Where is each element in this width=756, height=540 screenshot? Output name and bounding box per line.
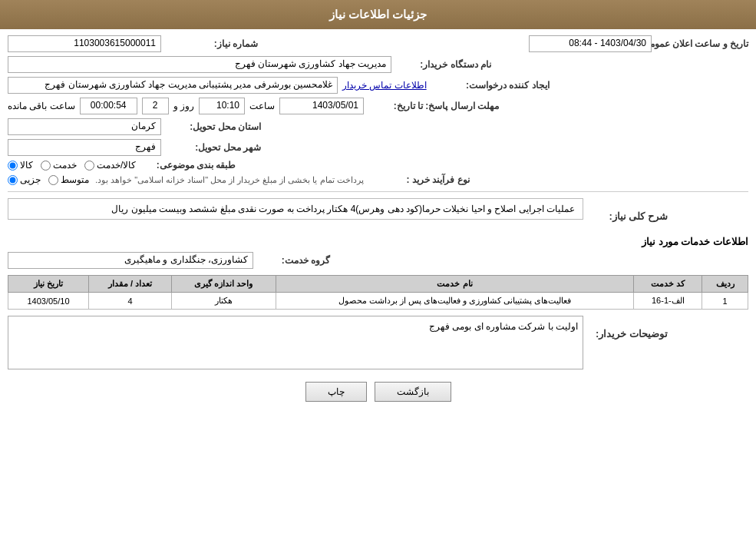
khadamat-title: اطلاعات خدمات مورد نیاز: [8, 236, 748, 247]
shmaare-tarikh-row: تاریخ و ساعت اعلان عمومی: 1403/04/30 - 0…: [8, 35, 748, 52]
radio-khadamat-label: خدمت: [53, 160, 77, 171]
ijad-konande-row: ایجاد کننده درخواست: اطلاعات تماس خریدار…: [8, 77, 748, 94]
td-vahed: هکتار: [172, 293, 276, 310]
table-row: 1الف-1-16فعالیت‌های پشتیبانی کشاورزی و ف…: [8, 293, 748, 310]
saat-value: 10:10: [199, 98, 245, 114]
ijad-konande-link[interactable]: اطلاعات تماس خریدار: [342, 80, 427, 91]
name-dastgah-label: نام دستگاه خریدار:: [391, 59, 491, 70]
back-button[interactable]: بازگشت: [375, 382, 451, 402]
ostan-value: کرمان: [8, 118, 161, 135]
shahr-value: فهرج: [8, 139, 161, 156]
td-radif: 1: [702, 293, 748, 310]
divider-1: [8, 191, 748, 192]
mohlet-row: مهلت ارسال پاسخ: تا تاریخ: 1403/05/01 سا…: [8, 98, 748, 114]
th-tedad: تعداد / مقدار: [89, 276, 172, 293]
farayand-note: پرداخت تمام یا بخشی از مبلغ خریدار از مح…: [95, 175, 364, 185]
th-tarikh: تاریخ نیاز: [8, 276, 89, 293]
rooz-value: 2: [142, 98, 169, 114]
radio-jozei-label: جزیی: [20, 174, 41, 185]
shahr-label: شهر محل تحویل:: [161, 142, 261, 153]
goroh-label: گروه خدمت:: [253, 255, 330, 266]
farayand-radios: متوسط جزیی: [8, 174, 89, 185]
maandeh-value: 00:00:54: [80, 98, 137, 114]
goroh-value: کشاورزی، جنگلداری و ماهیگیری: [8, 252, 253, 269]
rooz-label: روز و: [173, 101, 194, 111]
print-button[interactable]: چاپ: [305, 382, 367, 402]
td-tedad: 4: [89, 293, 172, 310]
radio-khadamat-item: خدمت: [41, 160, 77, 171]
sharh-value: عملیات اجرایی اصلاح و احیا نخیلات حرما(ک…: [111, 204, 575, 214]
ijad-konande-value: غلامحسین بورشرفی مدیر پشتیبانی مدیریت جه…: [8, 77, 338, 94]
tabaqeh-label: طبقه بندی موضوعی:: [136, 160, 236, 171]
sharh-label: شرح کلی نیاز:: [583, 207, 668, 222]
td-name: فعالیت‌های پشتیبانی کشاورزی و فعالیت‌های…: [276, 293, 634, 310]
page-title: جزئیات اطلاعات نیاز: [329, 8, 427, 21]
services-table: ردیف کد خدمت نام خدمت واحد اندازه گیری ت…: [8, 275, 748, 310]
td-kod: الف-1-16: [634, 293, 702, 310]
mohlet-label: مهلت ارسال پاسخ: تا تاریخ:: [368, 101, 499, 111]
radio-kala-label: کالا: [20, 160, 33, 171]
bottom-buttons: بازگشت چاپ: [8, 382, 748, 402]
tabaqeh-row: طبقه بندی موضوعی: کالا/خدمت خدمت کالا: [8, 160, 748, 171]
name-dastgah-row: نام دستگاه خریدار: مدیریت جهاد کشاورزی ش…: [8, 56, 748, 73]
page-header: جزئیات اطلاعات نیاز: [0, 0, 756, 29]
goroh-row: گروه خدمت: کشاورزی، جنگلداری و ماهیگیری: [8, 252, 748, 269]
shmaare-value: 1103003615000011: [8, 35, 161, 52]
sharh-row: شرح کلی نیاز: عملیات اجرایی اصلاح و احیا…: [8, 198, 748, 228]
date-value: 1403/05/01: [279, 98, 364, 114]
th-vahed: واحد اندازه گیری: [172, 276, 276, 293]
buyer-notes-value: اولیت با شرکت مشاوره ای بومی فهرج: [429, 321, 578, 332]
page-wrapper: جزئیات اطلاعات نیاز تاریخ و ساعت اعلان ع…: [0, 0, 756, 540]
radio-kala-khadamat[interactable]: [84, 161, 94, 171]
sharh-box: عملیات اجرایی اصلاح و احیا نخیلات حرما(ک…: [8, 198, 583, 220]
tarikh-sahat-value: 1403/04/30 - 08:44: [529, 35, 652, 52]
saat-label: ساعت: [249, 101, 275, 111]
content-area: تاریخ و ساعت اعلان عمومی: 1403/04/30 - 0…: [0, 29, 756, 414]
shmaare-label: شماره نیاز:: [166, 38, 258, 49]
radio-motavaset[interactable]: [48, 175, 58, 185]
radio-jozei[interactable]: [8, 175, 18, 185]
ostan-label: استان محل تحویل:: [161, 121, 261, 132]
farayand-label: نوع فرآیند خرید :: [370, 174, 470, 185]
radio-kala-item: کالا: [8, 160, 33, 171]
buyer-notes-label: توضیحات خریدار:: [583, 325, 668, 340]
th-radif: ردیف: [702, 276, 748, 293]
radio-khadamat[interactable]: [41, 161, 51, 171]
buyer-notes-box: اولیت با شرکت مشاوره ای بومی فهرج: [8, 316, 583, 369]
radio-kala[interactable]: [8, 161, 18, 171]
radio-kala-khadamat-label: کالا/خدمت: [97, 160, 136, 171]
tarikh-label: تاریخ و ساعت اعلان عمومی:: [656, 38, 748, 49]
shahr-row: شهر محل تحویل: فهرج: [8, 139, 748, 156]
radio-motavaset-item: متوسط: [48, 174, 89, 185]
maandeh-label: ساعت باقی مانده: [8, 101, 75, 111]
radio-jozei-item: جزیی: [8, 174, 41, 185]
th-kod: کد خدمت: [634, 276, 702, 293]
name-dastgah-value: مدیریت جهاد کشاورزی شهرستان فهرج: [8, 56, 391, 73]
farayand-row: نوع فرآیند خرید : پرداخت تمام یا بخشی از…: [8, 174, 748, 185]
buyer-notes-row: توضیحات خریدار: اولیت با شرکت مشاوره ای …: [8, 316, 748, 369]
tabaqeh-radios: کالا/خدمت خدمت کالا: [8, 160, 136, 171]
ijad-konande-label: ایجاد کننده درخواست:: [427, 80, 550, 91]
th-name: نام خدمت: [276, 276, 634, 293]
ostan-row: استان محل تحویل: کرمان: [8, 118, 748, 135]
td-tarikh: 1403/05/10: [8, 293, 89, 310]
radio-kala-khadamat-item: کالا/خدمت: [84, 160, 136, 171]
radio-motavaset-label: متوسط: [61, 174, 89, 185]
